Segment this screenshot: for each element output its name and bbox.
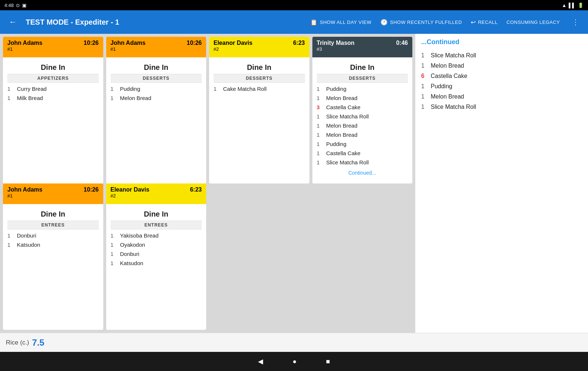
dine-type: Dine In xyxy=(317,60,408,74)
list-item: 1 Katsudon xyxy=(7,240,99,249)
bottom-bar-label: Rice (c.) xyxy=(6,339,29,346)
item-qty: 1 xyxy=(7,232,14,239)
order-card-john-adams-appetizers[interactable]: John Adams #1 10:26 Dine In APPETIZERS 1… xyxy=(3,37,103,183)
card-body: Dine In DESSERTS 1 Cake Matcha Roll xyxy=(209,57,309,183)
section-header: APPETIZERS xyxy=(7,74,99,83)
order-num: #1 xyxy=(7,46,42,52)
order-card-trinity-mason[interactable]: Trinity Mason #3 0:46 Dine In DESSERTS 1… xyxy=(312,37,413,183)
item-name: Melon Bread xyxy=(326,132,358,138)
dine-type: Dine In xyxy=(111,207,202,221)
order-time: 6:23 xyxy=(190,186,202,193)
customer-name: Eleanor Davis xyxy=(214,40,252,46)
card-header-left: Eleanor Davis #2 xyxy=(111,186,150,199)
item-name: Milk Bread xyxy=(17,95,43,101)
customer-name: Trinity Mason xyxy=(317,40,355,46)
order-card-john-adams-entrees[interactable]: John Adams #1 10:26 Dine In ENTREES 1 Do… xyxy=(3,183,103,330)
list-item: 1 Slice Matcha Roll xyxy=(421,102,582,112)
nav-recents-button[interactable]: ■ xyxy=(326,358,330,365)
card-body: Dine In DESSERTS 1 Pudding 1 Melon Bread xyxy=(106,57,207,183)
list-item: 1 Yakisoba Bread xyxy=(111,231,202,240)
nav-bar: ◀ ● ■ xyxy=(0,352,588,371)
list-item: 1 Melon Bread xyxy=(111,93,202,103)
item-name: Pudding xyxy=(431,83,452,90)
list-item: 1 Melon Bread xyxy=(421,92,582,102)
order-num: #2 xyxy=(214,46,252,52)
list-item: 1 Castella Cake xyxy=(317,149,408,158)
continued-label: Continued... xyxy=(317,167,408,177)
item-name: Melon Bread xyxy=(431,63,464,69)
order-card-eleanor-davis-entrees[interactable]: Eleanor Davis #2 6:23 Dine In ENTREES 1 … xyxy=(106,183,207,330)
card-body: Dine In APPETIZERS 1 Curry Bread 1 Milk … xyxy=(3,57,103,183)
status-bar-right: ▲ ▌▌ 🔋 xyxy=(562,3,584,8)
list-item: 1 Melon Bread xyxy=(317,93,408,103)
order-time: 10:26 xyxy=(84,186,99,193)
nav-back-button[interactable]: ◀ xyxy=(258,357,263,365)
right-panel: ...Continued 1 Slice Matcha Roll 1 Melon… xyxy=(415,34,588,333)
bottom-bar: Rice (c.) 7.5 xyxy=(0,333,588,352)
signal-icon: ▌▌ xyxy=(569,3,576,8)
item-qty: 3 xyxy=(317,104,323,110)
list-item: 1 Pudding xyxy=(317,84,408,93)
item-qty: 1 xyxy=(317,122,323,129)
item-qty: 1 xyxy=(317,113,323,119)
list-icon: 📋 xyxy=(310,19,318,26)
item-name: Melon Bread xyxy=(326,122,358,129)
list-item: 1 Donburi xyxy=(7,231,99,240)
battery-icon: 🔋 xyxy=(578,3,584,8)
customer-name: John Adams xyxy=(7,186,42,193)
recall-icon: ↩ xyxy=(471,19,476,26)
order-num: #1 xyxy=(111,46,146,52)
list-item: 1 Milk Bread xyxy=(7,93,99,103)
list-item: 1 Melon Bread xyxy=(421,61,582,71)
item-qty: 1 xyxy=(7,86,14,92)
item-qty: 1 xyxy=(421,63,428,69)
recall-button[interactable]: ↩ RECALL xyxy=(471,19,498,26)
item-qty: 1 xyxy=(111,232,117,239)
item-qty: 1 xyxy=(111,95,117,101)
order-card-john-adams-desserts[interactable]: John Adams #1 10:26 Dine In DESSERTS 1 P… xyxy=(106,37,207,183)
card-header: Eleanor Davis #2 6:23 xyxy=(106,183,207,204)
item-name: Pudding xyxy=(326,86,347,92)
back-button[interactable]: ← xyxy=(6,16,20,28)
item-name: Pudding xyxy=(120,86,140,92)
item-name: Donburi xyxy=(17,232,36,239)
more-options-button[interactable]: ⋮ xyxy=(569,16,582,28)
list-item: 1 Cake Matcha Roll xyxy=(214,84,305,93)
dine-type: Dine In xyxy=(111,60,202,74)
nav-home-button[interactable]: ● xyxy=(293,358,297,365)
dine-type: Dine In xyxy=(214,60,305,74)
card-body: Dine In DESSERTS 1 Pudding 1 Melon Bread… xyxy=(312,57,413,183)
order-time: 0:46 xyxy=(396,40,408,46)
item-name: Katsudon xyxy=(17,242,40,248)
item-qty: 1 xyxy=(7,242,14,248)
order-time: 10:26 xyxy=(187,40,202,46)
status-sim-icon: ▣ xyxy=(22,3,26,8)
show-all-day-button[interactable]: 📋 SHOW ALL DAY VIEW xyxy=(310,19,372,26)
card-header-left: Trinity Mason #3 xyxy=(317,40,355,52)
list-item: 1 Katsudon xyxy=(111,258,202,268)
item-qty: 1 xyxy=(317,141,323,147)
main-content: John Adams #1 10:26 Dine In APPETIZERS 1… xyxy=(0,34,588,333)
list-item: 1 Oyakodon xyxy=(111,240,202,249)
consuming-legacy-button[interactable]: CONSUMING LEGACY xyxy=(506,19,560,25)
show-recently-fulfilled-button[interactable]: 🕐 SHOW RECENTLY FULFILLED xyxy=(380,19,462,26)
list-item: 1 Pudding xyxy=(111,84,202,93)
customer-name: John Adams xyxy=(111,40,146,46)
order-num: #1 xyxy=(7,193,42,199)
card-header-left: John Adams #1 xyxy=(7,40,42,52)
clock-icon: 🕐 xyxy=(380,19,388,26)
item-qty: 1 xyxy=(111,251,117,257)
customer-name: Eleanor Davis xyxy=(111,186,150,193)
item-qty: 1 xyxy=(421,93,428,100)
list-item: 1 Pudding xyxy=(317,139,408,149)
bottom-bar-value: 7.5 xyxy=(32,338,44,348)
card-header: John Adams #1 10:26 xyxy=(3,37,103,57)
cards-row-2: John Adams #1 10:26 Dine In ENTREES 1 Do… xyxy=(3,183,412,330)
order-card-eleanor-davis-desserts[interactable]: Eleanor Davis #2 6:23 Dine In DESSERTS 1… xyxy=(209,37,309,183)
status-time: 4:48 xyxy=(4,3,14,8)
list-item: 1 Donburi xyxy=(111,249,202,258)
item-name: Pudding xyxy=(326,141,347,147)
item-qty: 1 xyxy=(317,159,323,165)
item-qty: 1 xyxy=(421,52,428,59)
list-item: 1 Melon Bread xyxy=(317,130,408,139)
